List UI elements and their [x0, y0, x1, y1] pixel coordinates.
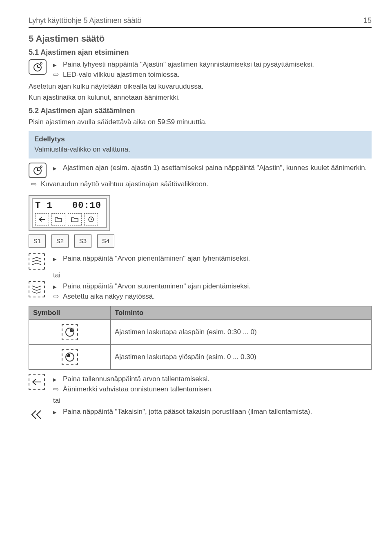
- icon-col: [29, 163, 53, 178]
- or-label: tai: [53, 271, 372, 279]
- icon-col: [29, 374, 53, 390]
- step-row: Paina tallennusnäppäintä arvon tallentam…: [29, 374, 372, 395]
- box-title: Edellytys: [34, 135, 366, 143]
- decrease-value-icon: [29, 253, 45, 270]
- clock-small-icon: [84, 213, 98, 225]
- symbol-table: Symboli Toiminto 1 Ajastimen laskutapa a…: [29, 306, 372, 370]
- result-text: LED-valo vilkkuu ajastimen toimiessa.: [63, 70, 372, 80]
- step-row: Ajastimen ajan (esim. ajastin 1) asettam…: [29, 163, 372, 178]
- text-col: Paina tallennusnäppäintä arvon tallentam…: [53, 374, 372, 395]
- s-button[interactable]: S4: [97, 234, 114, 248]
- bullet-icon: [53, 282, 63, 291]
- s-button[interactable]: S2: [51, 234, 69, 248]
- bullet-text: Paina näppäintä "Takaisin", jotta pääset…: [63, 407, 372, 417]
- text-col: Paina näppäintä "Arvon suurentaminen" aj…: [53, 281, 372, 302]
- table-row: Ajastimen laskutapa ylöspäin (esim. 0 ..…: [29, 345, 372, 370]
- table-header-function: Toiminto: [111, 306, 372, 320]
- step-row: Paina näppäintä "Arvon suurentaminen" aj…: [29, 281, 372, 302]
- intro-5-2: Pisin ajastimen avulla säädettävä aika o…: [29, 118, 372, 127]
- back-double-icon: [29, 406, 45, 423]
- paragraph: Kun ajastinaika on kulunut, annetaan ään…: [29, 93, 372, 103]
- table-row: 1 Ajastimen laskutapa alaspäin (esim. 0:…: [29, 320, 372, 345]
- result-icon: [53, 292, 63, 301]
- text-col: Paina näppäintä "Arvon pienentäminen" aj…: [53, 253, 372, 264]
- bullet-text: Paina tallennusnäppäintä arvon tallentam…: [63, 375, 372, 384]
- lcd-display: T 1 00:10 1: [29, 195, 110, 231]
- bullet-text: Paina näppäintä "Arvon suurentaminen" aj…: [63, 282, 372, 291]
- back-arrow-icon: [35, 213, 49, 225]
- timer-icon: [29, 163, 47, 178]
- box-text: Valmiustila-valikko on valittuna.: [34, 145, 366, 154]
- function-cell: Ajastimen laskutapa alaspäin (esim. 0:30…: [111, 320, 372, 345]
- text-col: Ajastimen ajan (esim. ajastin 1) asettam…: [53, 163, 372, 174]
- function-cell: Ajastimen laskutapa ylöspäin (esim. 0 ..…: [111, 345, 372, 370]
- subsection-5-1: 5.1 Ajastimen ajan etsiminen: [29, 48, 372, 57]
- bullet-icon: [53, 375, 63, 384]
- header-left: Lyhyt käyttöohje 5 Ajastimen säätö: [29, 16, 142, 25]
- result-icon: [53, 385, 63, 394]
- bullet-text: Paina lyhyesti näppäintä "Ajastin" ajast…: [63, 60, 372, 69]
- result-text: Asetettu aika näkyy näytössä.: [63, 292, 372, 301]
- section-title: 5 Ajastimen säätö: [29, 33, 372, 44]
- count-up-icon: [62, 349, 78, 365]
- page-number: 15: [363, 16, 372, 25]
- subsection-5-2: 5.2 Ajastimen ajan säätäminen: [29, 107, 372, 115]
- step-row: Paina lyhyesti näppäintä "Ajastin" ajast…: [29, 59, 372, 80]
- svg-text:1: 1: [72, 327, 74, 330]
- result-icon: [29, 180, 41, 188]
- folder-down-icon: 1: [51, 213, 65, 225]
- lcd-left: T 1: [35, 201, 53, 211]
- svg-point-3: [40, 63, 42, 64]
- lcd-icons-row: 1: [35, 213, 104, 225]
- bullet-icon: [53, 407, 63, 417]
- icon-col: [29, 59, 53, 75]
- result-text: Äänimerkki vahvistaa onnistuneen tallent…: [63, 385, 372, 394]
- text-col: Paina lyhyesti näppäintä "Ajastin" ajast…: [53, 59, 372, 80]
- result-text: Kuvaruudun näyttö vaihtuu ajastinajan sä…: [41, 180, 372, 189]
- step-row: Paina näppäintä "Arvon pienentäminen" aj…: [29, 253, 372, 270]
- text-col: Paina näppäintä "Takaisin", jotta pääset…: [53, 406, 372, 418]
- bullet-icon: [53, 163, 63, 173]
- bullet-text: Ajastimen ajan (esim. ajastin 1) asettam…: [63, 163, 372, 173]
- s-button[interactable]: S1: [29, 234, 46, 248]
- svg-point-7: [40, 166, 42, 167]
- step-row: Paina näppäintä "Takaisin", jotta pääset…: [29, 406, 372, 423]
- lcd-screen: T 1 00:10 1: [32, 198, 107, 228]
- document-page: Lyhyt käyttöohje 5 Ajastimen säätö 15 5 …: [0, 0, 392, 449]
- bullet-icon: [53, 254, 63, 263]
- timer-icon: [29, 59, 47, 75]
- icon-col: [29, 406, 53, 423]
- bullet-text: Paina näppäintä "Arvon pienentäminen" aj…: [63, 254, 372, 263]
- bullet-icon: [53, 60, 63, 69]
- symbol-cell: 1: [29, 320, 111, 345]
- or-label: tai: [53, 397, 372, 405]
- page-header: Lyhyt käyttöohje 5 Ajastimen säätö 15: [29, 16, 372, 25]
- table-header-symbol: Symboli: [29, 306, 111, 320]
- prerequisite-box: Edellytys Valmiustila-valikko on valittu…: [29, 131, 372, 159]
- header-rule: [29, 27, 372, 28]
- folder-icon: [68, 213, 82, 225]
- result-icon: [53, 70, 63, 80]
- increase-value-icon: [29, 281, 45, 297]
- icon-col: [29, 253, 53, 270]
- s-button[interactable]: S3: [74, 234, 91, 248]
- paragraph: Asetetun ajan kulku näytetään oikealla t…: [29, 82, 372, 92]
- s-button-row: S1 S2 S3 S4: [29, 234, 372, 248]
- lcd-right: 00:10: [72, 201, 101, 211]
- count-down-icon: 1: [62, 324, 78, 340]
- save-back-icon: [29, 374, 45, 390]
- lcd-text-row: T 1 00:10: [35, 201, 104, 211]
- symbol-cell: [29, 345, 111, 370]
- icon-col: [29, 281, 53, 297]
